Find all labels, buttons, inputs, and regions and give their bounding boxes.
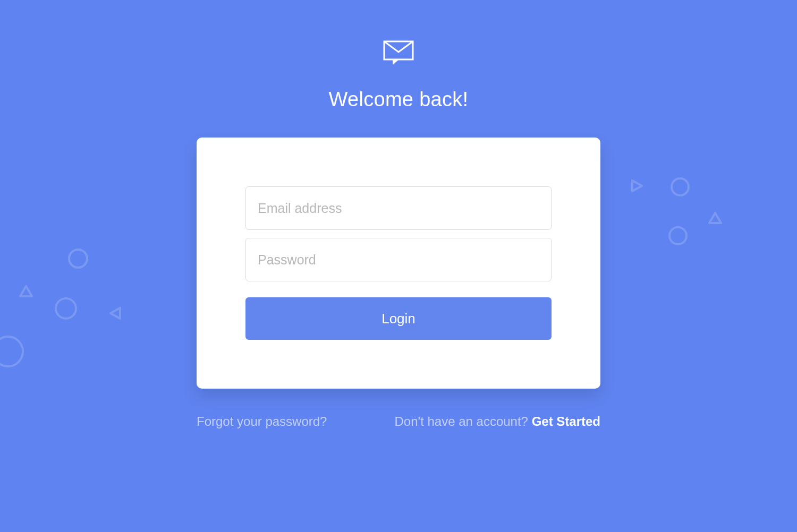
header: Welcome back! xyxy=(329,40,469,111)
login-card: Login xyxy=(197,138,600,389)
bg-triangle-icon xyxy=(108,306,123,323)
footer-links: Forgot your password? Don't have an acco… xyxy=(197,414,600,429)
bg-circle-icon xyxy=(668,226,688,245)
svg-marker-3 xyxy=(709,213,721,223)
page-title: Welcome back! xyxy=(329,88,469,111)
password-field[interactable] xyxy=(245,238,552,281)
bg-triangle-icon xyxy=(629,178,644,195)
bg-circle-icon xyxy=(671,177,690,196)
bg-triangle-icon xyxy=(708,211,723,228)
email-field[interactable] xyxy=(245,186,552,230)
svg-marker-0 xyxy=(20,286,32,296)
login-button[interactable]: Login xyxy=(245,297,552,340)
get-started-link[interactable]: Get Started xyxy=(532,414,600,428)
signup-prompt: Don't have an account? Get Started xyxy=(395,414,600,429)
svg-marker-2 xyxy=(632,181,642,191)
svg-marker-1 xyxy=(111,308,120,319)
bg-circle-icon xyxy=(68,248,88,269)
bg-circle-icon xyxy=(0,336,24,367)
signup-prompt-text: Don't have an account? xyxy=(395,414,532,428)
bg-triangle-icon xyxy=(19,285,33,302)
mail-chat-logo-icon xyxy=(383,40,414,67)
bg-circle-icon xyxy=(55,297,77,320)
forgot-password-link[interactable]: Forgot your password? xyxy=(197,414,327,429)
